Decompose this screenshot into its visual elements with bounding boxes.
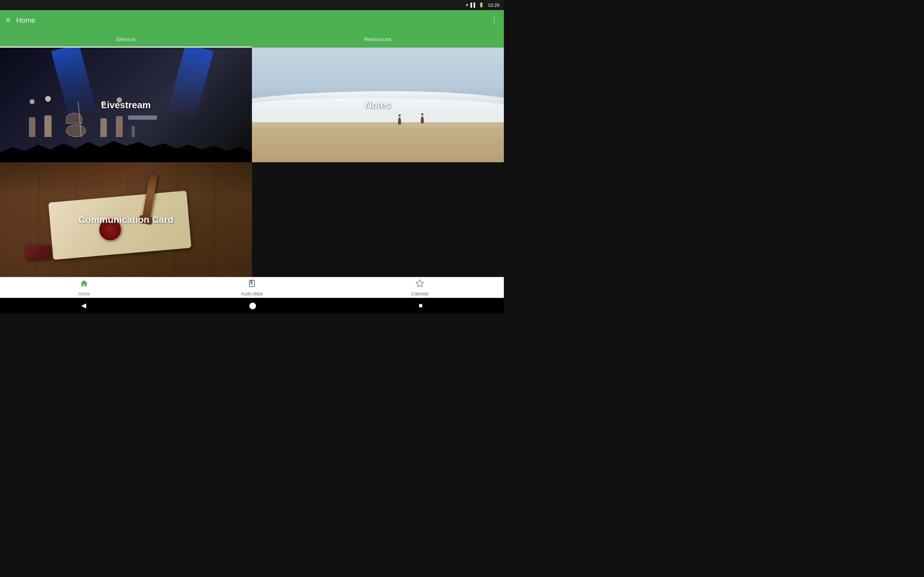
scroll-paper: [48, 191, 191, 260]
home-button[interactable]: ⬤: [249, 301, 256, 309]
stage-light-right: [167, 48, 214, 121]
calendar-icon: [415, 279, 424, 290]
overflow-menu-icon[interactable]: ⋮: [490, 16, 498, 25]
svg-point-0: [251, 284, 253, 285]
communication-label: Communication Card: [79, 214, 174, 226]
person-3: [100, 118, 107, 137]
main-content: Livestream Notes: [0, 48, 504, 277]
livestream-label: Livestream: [101, 100, 150, 111]
wifi-icon: ▾: [466, 3, 468, 8]
person-4: [116, 116, 123, 137]
runner-1: [398, 117, 401, 124]
tab-bar: Service Resources: [0, 30, 504, 48]
tab-resources-label: Resources: [364, 36, 392, 42]
home-icon: [80, 279, 89, 290]
status-time: 10:26: [488, 3, 499, 8]
person-1: [29, 117, 36, 137]
tab-resources[interactable]: Resources: [252, 30, 504, 48]
audience-silhouettes: [0, 137, 252, 162]
back-button[interactable]: ◀: [81, 301, 86, 309]
app-title: Home: [16, 16, 490, 24]
person-2: [44, 115, 52, 137]
tab-service[interactable]: Service: [0, 30, 252, 48]
tab-service-label: Service: [116, 36, 136, 42]
audio-bible-icon: [247, 279, 256, 290]
menu-icon[interactable]: ≡: [6, 16, 10, 24]
card-livestream[interactable]: Livestream: [0, 48, 252, 162]
nav-home-label: Home: [78, 292, 90, 297]
nav-item-home[interactable]: Home: [0, 279, 168, 297]
nav-audio-bible-label: Audio Bible: [241, 292, 263, 297]
sand: [252, 128, 504, 162]
stage-light-left: [51, 48, 97, 121]
signal-icon: ▌▌: [470, 3, 477, 8]
app-bar: ≡ Home ⋮: [0, 10, 504, 30]
recents-button[interactable]: ■: [419, 302, 423, 309]
battery-icon: 🔋: [478, 3, 484, 8]
system-nav: ◀ ⬤ ■: [0, 298, 504, 313]
stage-silhouettes: [29, 113, 135, 137]
card-communication[interactable]: Communication Card: [0, 162, 252, 277]
nav-item-calendar[interactable]: Calendar: [336, 279, 504, 297]
card-notes[interactable]: Notes: [252, 48, 504, 162]
nav-item-audio-bible[interactable]: Audio Bible: [168, 279, 336, 297]
runner-2: [421, 116, 424, 123]
status-bar: ▾ ▌▌ 🔋 10:26: [0, 0, 504, 10]
gift-box: [25, 245, 50, 259]
bottom-nav: Home Audio Bible Calendar: [0, 277, 504, 298]
keyboard: [132, 126, 135, 137]
drum-kit: [66, 113, 86, 137]
nav-calendar-label: Calendar: [411, 292, 429, 297]
card-empty: [252, 162, 504, 277]
notes-label: Notes: [365, 100, 391, 111]
